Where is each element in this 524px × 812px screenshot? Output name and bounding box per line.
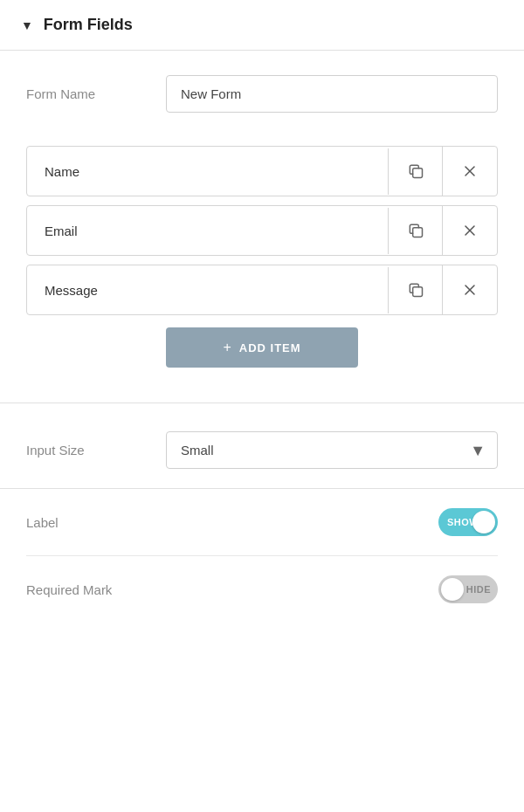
table-row: Email (26, 205, 498, 256)
label-toggle-label: Label (26, 515, 59, 530)
input-size-label: Input Size (26, 443, 166, 458)
table-row: Message (26, 265, 498, 315)
add-item-label: ADD ITEM (239, 341, 301, 354)
chevron-icon: ▼ (21, 18, 33, 32)
copy-icon (407, 281, 424, 299)
copy-field-button[interactable] (389, 265, 443, 314)
copy-icon (407, 162, 424, 180)
input-size-select[interactable]: Small Medium Large (166, 431, 498, 469)
close-icon (461, 162, 479, 180)
form-name-input[interactable] (166, 75, 498, 113)
form-name-row: Form Name (0, 51, 524, 137)
close-icon (461, 222, 479, 239)
delete-field-button[interactable] (443, 147, 497, 196)
field-name-label: Message (27, 267, 389, 313)
divider (0, 403, 524, 403)
input-size-select-wrapper: Small Medium Large ▼ (166, 431, 498, 469)
toggle-section: Label SHOW Required Mark HIDE (0, 489, 524, 623)
input-size-row: Input Size Small Medium Large ▼ (0, 412, 524, 489)
required-mark-toggle-track: HIDE (438, 575, 498, 603)
delete-field-button[interactable] (443, 206, 497, 255)
form-name-label: Form Name (26, 86, 166, 101)
delete-field-button[interactable] (443, 265, 497, 314)
required-mark-toggle-label: Required Mark (26, 582, 112, 597)
required-mark-toggle-text: HIDE (466, 584, 491, 595)
copy-icon (407, 222, 424, 239)
section-header: ▼ Form Fields (0, 0, 524, 51)
field-name-label: Email (27, 208, 389, 254)
required-mark-toggle-row: Required Mark HIDE (26, 556, 498, 623)
label-toggle-row: Label SHOW (26, 489, 498, 556)
svg-rect-3 (412, 228, 422, 237)
fields-section: Name Email (0, 137, 524, 394)
field-name-label: Name (27, 148, 389, 195)
plus-icon: + (223, 340, 231, 355)
copy-field-button[interactable] (389, 206, 443, 255)
close-icon (461, 281, 479, 299)
svg-rect-6 (412, 287, 422, 297)
copy-field-button[interactable] (389, 147, 443, 196)
required-mark-toggle-knob (441, 578, 464, 601)
label-toggle-knob (472, 511, 495, 533)
section-title: Form Fields (44, 16, 133, 34)
main-container: ▼ Form Fields Form Name Name (0, 0, 524, 812)
required-mark-toggle-switch[interactable]: HIDE (438, 575, 498, 603)
svg-rect-0 (412, 169, 422, 178)
label-toggle-switch[interactable]: SHOW (438, 508, 498, 536)
table-row: Name (26, 146, 498, 196)
label-toggle-track: SHOW (438, 508, 498, 536)
add-item-button[interactable]: + ADD ITEM (166, 327, 358, 368)
